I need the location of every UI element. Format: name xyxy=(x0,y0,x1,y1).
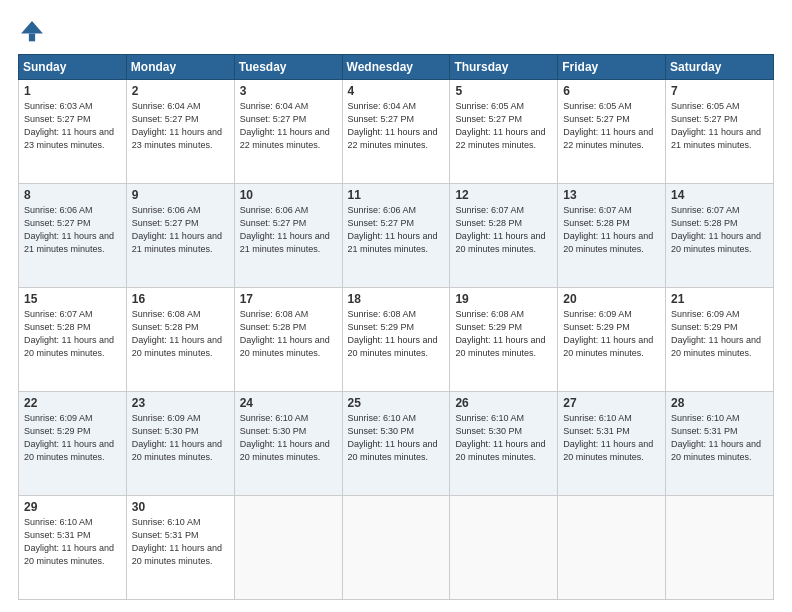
day-info: Sunrise: 6:08 AMSunset: 5:28 PMDaylight:… xyxy=(240,308,337,360)
day-number: 18 xyxy=(348,292,445,306)
day-info: Sunrise: 6:07 AMSunset: 5:28 PMDaylight:… xyxy=(24,308,121,360)
day-number: 9 xyxy=(132,188,229,202)
calendar-cell: 17Sunrise: 6:08 AMSunset: 5:28 PMDayligh… xyxy=(234,288,342,392)
calendar-cell: 23Sunrise: 6:09 AMSunset: 5:30 PMDayligh… xyxy=(126,392,234,496)
calendar-cell: 10Sunrise: 6:06 AMSunset: 5:27 PMDayligh… xyxy=(234,184,342,288)
day-number: 14 xyxy=(671,188,768,202)
day-info: Sunrise: 6:08 AMSunset: 5:28 PMDaylight:… xyxy=(132,308,229,360)
day-number: 19 xyxy=(455,292,552,306)
day-number: 29 xyxy=(24,500,121,514)
day-number: 2 xyxy=(132,84,229,98)
day-info: Sunrise: 6:06 AMSunset: 5:27 PMDaylight:… xyxy=(348,204,445,256)
day-number: 4 xyxy=(348,84,445,98)
day-number: 25 xyxy=(348,396,445,410)
calendar-cell: 19Sunrise: 6:08 AMSunset: 5:29 PMDayligh… xyxy=(450,288,558,392)
day-info: Sunrise: 6:05 AMSunset: 5:27 PMDaylight:… xyxy=(455,100,552,152)
calendar-cell: 21Sunrise: 6:09 AMSunset: 5:29 PMDayligh… xyxy=(666,288,774,392)
day-info: Sunrise: 6:07 AMSunset: 5:28 PMDaylight:… xyxy=(455,204,552,256)
day-info: Sunrise: 6:10 AMSunset: 5:30 PMDaylight:… xyxy=(455,412,552,464)
day-info: Sunrise: 6:10 AMSunset: 5:31 PMDaylight:… xyxy=(671,412,768,464)
calendar-cell: 9Sunrise: 6:06 AMSunset: 5:27 PMDaylight… xyxy=(126,184,234,288)
calendar-week-5: 29Sunrise: 6:10 AMSunset: 5:31 PMDayligh… xyxy=(19,496,774,600)
calendar-cell: 20Sunrise: 6:09 AMSunset: 5:29 PMDayligh… xyxy=(558,288,666,392)
day-number: 3 xyxy=(240,84,337,98)
calendar-cell: 6Sunrise: 6:05 AMSunset: 5:27 PMDaylight… xyxy=(558,80,666,184)
calendar-cell: 22Sunrise: 6:09 AMSunset: 5:29 PMDayligh… xyxy=(19,392,127,496)
calendar-header-monday: Monday xyxy=(126,55,234,80)
svg-marker-0 xyxy=(21,21,43,33)
day-number: 30 xyxy=(132,500,229,514)
calendar-cell xyxy=(558,496,666,600)
day-info: Sunrise: 6:03 AMSunset: 5:27 PMDaylight:… xyxy=(24,100,121,152)
calendar-table: SundayMondayTuesdayWednesdayThursdayFrid… xyxy=(18,54,774,600)
calendar-header-saturday: Saturday xyxy=(666,55,774,80)
day-info: Sunrise: 6:07 AMSunset: 5:28 PMDaylight:… xyxy=(563,204,660,256)
day-number: 20 xyxy=(563,292,660,306)
day-info: Sunrise: 6:06 AMSunset: 5:27 PMDaylight:… xyxy=(132,204,229,256)
day-number: 17 xyxy=(240,292,337,306)
header xyxy=(18,18,774,46)
day-number: 6 xyxy=(563,84,660,98)
calendar-cell: 7Sunrise: 6:05 AMSunset: 5:27 PMDaylight… xyxy=(666,80,774,184)
calendar-week-4: 22Sunrise: 6:09 AMSunset: 5:29 PMDayligh… xyxy=(19,392,774,496)
day-number: 7 xyxy=(671,84,768,98)
calendar-cell: 4Sunrise: 6:04 AMSunset: 5:27 PMDaylight… xyxy=(342,80,450,184)
calendar-week-1: 1Sunrise: 6:03 AMSunset: 5:27 PMDaylight… xyxy=(19,80,774,184)
day-number: 1 xyxy=(24,84,121,98)
calendar-cell: 12Sunrise: 6:07 AMSunset: 5:28 PMDayligh… xyxy=(450,184,558,288)
calendar-cell: 30Sunrise: 6:10 AMSunset: 5:31 PMDayligh… xyxy=(126,496,234,600)
day-info: Sunrise: 6:04 AMSunset: 5:27 PMDaylight:… xyxy=(132,100,229,152)
day-info: Sunrise: 6:10 AMSunset: 5:31 PMDaylight:… xyxy=(132,516,229,568)
calendar-cell: 8Sunrise: 6:06 AMSunset: 5:27 PMDaylight… xyxy=(19,184,127,288)
day-info: Sunrise: 6:09 AMSunset: 5:29 PMDaylight:… xyxy=(671,308,768,360)
day-number: 12 xyxy=(455,188,552,202)
day-number: 8 xyxy=(24,188,121,202)
day-info: Sunrise: 6:08 AMSunset: 5:29 PMDaylight:… xyxy=(455,308,552,360)
calendar-cell xyxy=(234,496,342,600)
calendar-cell: 27Sunrise: 6:10 AMSunset: 5:31 PMDayligh… xyxy=(558,392,666,496)
day-number: 16 xyxy=(132,292,229,306)
calendar-body: 1Sunrise: 6:03 AMSunset: 5:27 PMDaylight… xyxy=(19,80,774,600)
calendar-cell xyxy=(666,496,774,600)
day-number: 5 xyxy=(455,84,552,98)
day-info: Sunrise: 6:10 AMSunset: 5:30 PMDaylight:… xyxy=(240,412,337,464)
day-info: Sunrise: 6:06 AMSunset: 5:27 PMDaylight:… xyxy=(240,204,337,256)
day-number: 15 xyxy=(24,292,121,306)
calendar-cell: 26Sunrise: 6:10 AMSunset: 5:30 PMDayligh… xyxy=(450,392,558,496)
day-info: Sunrise: 6:08 AMSunset: 5:29 PMDaylight:… xyxy=(348,308,445,360)
svg-rect-1 xyxy=(29,34,35,42)
day-info: Sunrise: 6:04 AMSunset: 5:27 PMDaylight:… xyxy=(240,100,337,152)
day-info: Sunrise: 6:10 AMSunset: 5:31 PMDaylight:… xyxy=(563,412,660,464)
day-number: 11 xyxy=(348,188,445,202)
calendar-cell xyxy=(342,496,450,600)
calendar-cell: 13Sunrise: 6:07 AMSunset: 5:28 PMDayligh… xyxy=(558,184,666,288)
calendar-cell: 14Sunrise: 6:07 AMSunset: 5:28 PMDayligh… xyxy=(666,184,774,288)
day-number: 23 xyxy=(132,396,229,410)
day-info: Sunrise: 6:09 AMSunset: 5:30 PMDaylight:… xyxy=(132,412,229,464)
calendar-header-tuesday: Tuesday xyxy=(234,55,342,80)
calendar-week-2: 8Sunrise: 6:06 AMSunset: 5:27 PMDaylight… xyxy=(19,184,774,288)
calendar-cell: 15Sunrise: 6:07 AMSunset: 5:28 PMDayligh… xyxy=(19,288,127,392)
day-info: Sunrise: 6:07 AMSunset: 5:28 PMDaylight:… xyxy=(671,204,768,256)
calendar-cell: 2Sunrise: 6:04 AMSunset: 5:27 PMDaylight… xyxy=(126,80,234,184)
calendar-cell: 5Sunrise: 6:05 AMSunset: 5:27 PMDaylight… xyxy=(450,80,558,184)
day-info: Sunrise: 6:10 AMSunset: 5:31 PMDaylight:… xyxy=(24,516,121,568)
day-info: Sunrise: 6:05 AMSunset: 5:27 PMDaylight:… xyxy=(563,100,660,152)
calendar-week-3: 15Sunrise: 6:07 AMSunset: 5:28 PMDayligh… xyxy=(19,288,774,392)
calendar-cell: 11Sunrise: 6:06 AMSunset: 5:27 PMDayligh… xyxy=(342,184,450,288)
day-number: 27 xyxy=(563,396,660,410)
day-number: 22 xyxy=(24,396,121,410)
page: SundayMondayTuesdayWednesdayThursdayFrid… xyxy=(0,0,792,612)
day-number: 28 xyxy=(671,396,768,410)
day-info: Sunrise: 6:09 AMSunset: 5:29 PMDaylight:… xyxy=(563,308,660,360)
logo xyxy=(18,18,50,46)
calendar-header-sunday: Sunday xyxy=(19,55,127,80)
calendar-cell: 3Sunrise: 6:04 AMSunset: 5:27 PMDaylight… xyxy=(234,80,342,184)
logo-icon xyxy=(18,18,46,46)
calendar-header-wednesday: Wednesday xyxy=(342,55,450,80)
calendar-cell: 1Sunrise: 6:03 AMSunset: 5:27 PMDaylight… xyxy=(19,80,127,184)
calendar-cell: 16Sunrise: 6:08 AMSunset: 5:28 PMDayligh… xyxy=(126,288,234,392)
day-info: Sunrise: 6:04 AMSunset: 5:27 PMDaylight:… xyxy=(348,100,445,152)
day-info: Sunrise: 6:10 AMSunset: 5:30 PMDaylight:… xyxy=(348,412,445,464)
calendar-header-row: SundayMondayTuesdayWednesdayThursdayFrid… xyxy=(19,55,774,80)
